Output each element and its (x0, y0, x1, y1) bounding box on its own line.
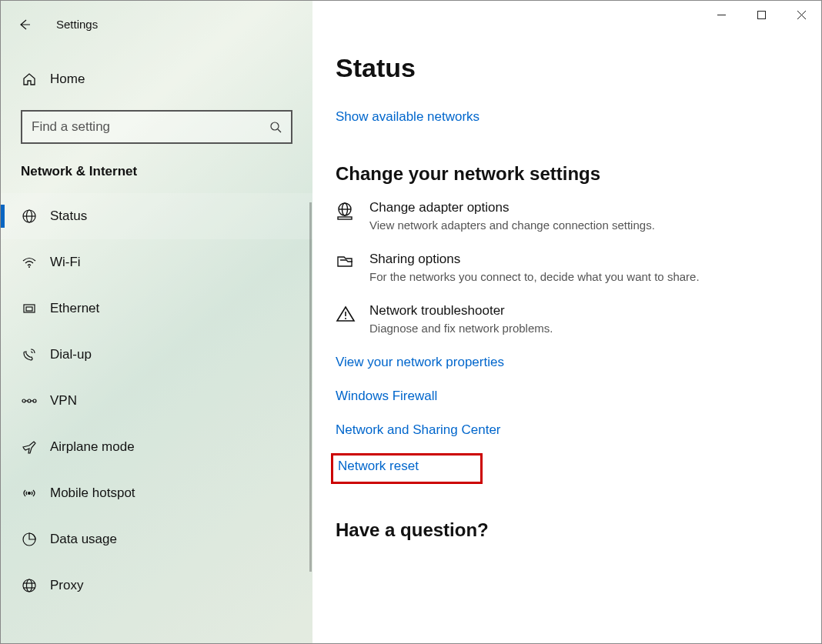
svg-point-5 (28, 266, 30, 268)
sidebar-header: Settings (1, 7, 312, 42)
network-reset-highlight: Network reset (331, 453, 483, 484)
sidebar-item-label: Mobile hotspot (50, 486, 135, 501)
option-sharing[interactable]: Sharing options For the networks you con… (336, 252, 798, 283)
svg-rect-19 (757, 11, 765, 18)
sidebar-item-airplane[interactable]: Airplane mode (1, 424, 312, 470)
svg-point-0 (271, 122, 279, 130)
sidebar-item-vpn[interactable]: VPN (1, 378, 312, 424)
main-content: Status Show available networks Change yo… (312, 1, 821, 643)
maximize-button[interactable] (741, 1, 781, 28)
sidebar-item-hotspot[interactable]: Mobile hotspot (1, 470, 312, 516)
option-troubleshooter[interactable]: Network troubleshooter Diagnose and fix … (336, 303, 798, 335)
option-title: Sharing options (369, 252, 700, 267)
sidebar-item-label: Status (50, 209, 87, 224)
maximize-icon (757, 11, 766, 19)
link-network-reset[interactable]: Network reset (338, 459, 419, 474)
option-title: Change adapter options (369, 200, 655, 215)
svg-point-13 (28, 492, 31, 495)
home-icon (21, 72, 38, 87)
sidebar-item-proxy[interactable]: Proxy (1, 562, 312, 609)
link-sharing-center[interactable]: Network and Sharing Center (336, 422, 798, 438)
sidebar-item-datausage[interactable]: Data usage (1, 516, 312, 562)
links-block: View your network properties Windows Fir… (336, 355, 798, 484)
sidebar: Settings Home Network & Internet Status (1, 1, 312, 643)
sidebar-item-status[interactable]: Status (1, 193, 312, 239)
svg-point-15 (23, 579, 35, 592)
sidebar-item-dialup[interactable]: Dial-up (1, 332, 312, 378)
sidebar-home-label: Home (50, 72, 85, 87)
dialup-icon (21, 347, 38, 362)
svg-point-9 (28, 399, 31, 402)
sidebar-item-ethernet[interactable]: Ethernet (1, 285, 312, 332)
sidebar-list: Status Wi-Fi Ethernet Dial-up (1, 193, 312, 609)
option-desc: For the networks you connect to, decide … (369, 270, 700, 283)
search-box[interactable] (21, 110, 292, 144)
settings-window: Settings Home Network & Internet Status (0, 0, 822, 644)
close-button[interactable] (781, 1, 821, 28)
back-button[interactable] (8, 9, 39, 40)
change-settings-heading: Change your network settings (336, 163, 798, 185)
close-icon (797, 11, 806, 19)
airplane-icon (21, 439, 38, 455)
globe-icon (21, 209, 38, 224)
arrow-left-icon (17, 18, 31, 32)
sidebar-category: Network & Internet (21, 164, 312, 179)
svg-rect-7 (26, 307, 32, 311)
option-text: Sharing options For the networks you con… (369, 252, 700, 283)
adapter-icon (336, 202, 356, 220)
warning-icon (336, 305, 356, 323)
svg-line-1 (278, 129, 281, 132)
datausage-icon (21, 532, 38, 547)
sidebar-item-label: Dial-up (50, 347, 92, 362)
wifi-icon (21, 255, 38, 270)
option-text: Change adapter options View network adap… (369, 200, 655, 232)
window-title: Settings (56, 18, 98, 31)
minimize-icon (717, 15, 726, 15)
search-input[interactable] (32, 119, 269, 135)
proxy-icon (21, 578, 38, 593)
hotspot-icon (21, 486, 38, 501)
sidebar-item-label: Airplane mode (50, 439, 135, 455)
page-title: Status (336, 53, 798, 83)
svg-rect-25 (338, 217, 352, 219)
sidebar-item-wifi[interactable]: Wi-Fi (1, 239, 312, 285)
vpn-icon (21, 393, 38, 409)
svg-point-16 (27, 579, 32, 592)
sidebar-item-label: VPN (50, 393, 77, 409)
sidebar-home[interactable]: Home (1, 61, 312, 98)
question-heading: Have a question? (336, 519, 798, 541)
sidebar-scrollbar[interactable] (309, 202, 312, 572)
search-icon (269, 121, 282, 133)
sidebar-item-label: Data usage (50, 532, 117, 547)
link-network-properties[interactable]: View your network properties (336, 355, 798, 370)
svg-point-8 (22, 399, 25, 402)
option-desc: View network adapters and change connect… (369, 219, 655, 232)
sidebar-item-label: Wi-Fi (50, 255, 81, 270)
sidebar-item-label: Ethernet (50, 301, 99, 316)
svg-point-10 (33, 399, 36, 402)
option-adapter[interactable]: Change adapter options View network adap… (336, 200, 798, 232)
minimize-button[interactable] (701, 1, 741, 28)
titlebar-controls (701, 1, 821, 28)
sharing-icon (336, 253, 356, 272)
ethernet-icon (21, 301, 38, 316)
link-windows-firewall[interactable]: Windows Firewall (336, 389, 798, 404)
option-title: Network troubleshooter (369, 303, 553, 319)
show-networks-link[interactable]: Show available networks (336, 109, 798, 125)
sidebar-item-label: Proxy (50, 578, 83, 593)
option-desc: Diagnose and fix network problems. (369, 322, 553, 335)
svg-point-27 (345, 318, 346, 319)
option-text: Network troubleshooter Diagnose and fix … (369, 303, 553, 335)
